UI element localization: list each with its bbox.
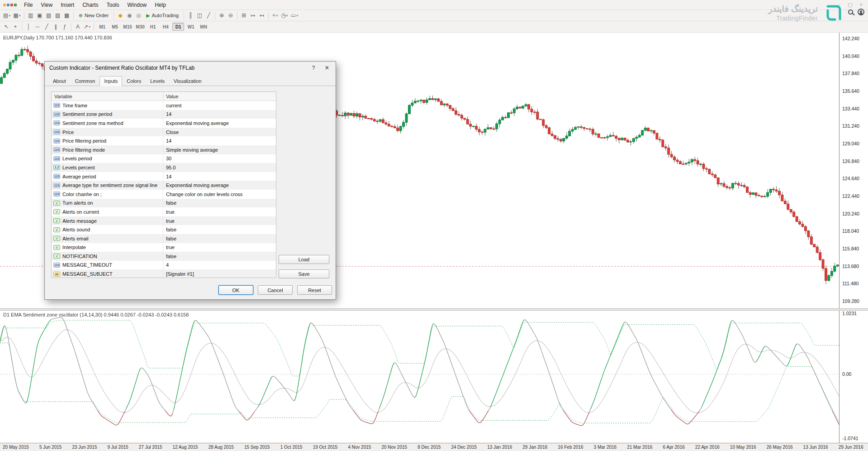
variable-value[interactable]: 95.0 [163, 163, 276, 172]
variable-value[interactable]: [Signaler #1] [163, 269, 276, 278]
timeframe-h1-button[interactable]: H1 [147, 23, 159, 31]
market-watch-button[interactable]: ▥ [26, 11, 35, 20]
cursor-button[interactable]: ↖ [2, 22, 11, 31]
auto-scroll-button[interactable]: ↦ [248, 11, 257, 20]
input-row[interactable]: √Alerts soundfalse [52, 225, 276, 234]
channel-button[interactable]: ∥ [51, 22, 60, 31]
input-row[interactable]: 123Color chanhe on ;Change color on oute… [52, 190, 276, 199]
tab-common[interactable]: Common [71, 76, 100, 86]
variable-value[interactable]: 30 [163, 154, 276, 163]
tab-inputs[interactable]: Inputs [100, 76, 122, 86]
variable-value[interactable]: false [163, 225, 276, 234]
timeframe-m5-button[interactable]: M5 [109, 23, 121, 31]
tab-about[interactable]: About [48, 76, 71, 86]
vertical-line-button[interactable]: │ [24, 22, 33, 31]
indicator-pane[interactable]: D1 EMA Sentiment zone oscillator (14,14,… [0, 311, 839, 443]
save-button[interactable]: Save [279, 269, 329, 278]
menu-window[interactable]: Window [123, 0, 151, 10]
timeframe-mn-button[interactable]: MN [198, 23, 209, 31]
oscillator-canvas[interactable] [0, 311, 839, 443]
strategy-tester-button[interactable]: ▩ [62, 11, 71, 20]
variable-value[interactable]: Close [163, 128, 276, 137]
input-row[interactable]: 123Levels period30 [52, 154, 276, 163]
text-button[interactable]: A [73, 22, 82, 31]
variable-value[interactable]: Exponential moving average [163, 119, 276, 128]
scripts-button[interactable]: ◎ [134, 11, 143, 20]
input-row[interactable]: 123Time framecurrent [52, 101, 276, 110]
horizontal-line-button[interactable]: ─ [33, 22, 42, 31]
input-row[interactable]: 1.2Levels percent95.0 [52, 163, 276, 172]
input-row[interactable]: √Turn alerts onfalse [52, 199, 276, 208]
menu-file[interactable]: File [20, 0, 37, 10]
periods-button[interactable]: ◷▾ [280, 11, 289, 20]
ok-button[interactable]: OK [218, 285, 253, 295]
variable-value[interactable]: true [163, 207, 276, 216]
variable-value[interactable]: false [163, 234, 276, 243]
variable-value[interactable]: Simple moving average [163, 145, 276, 154]
indicators-button[interactable]: +▾ [270, 11, 280, 20]
timeframe-w1-button[interactable]: W1 [185, 23, 197, 31]
input-row[interactable]: 123Sentiment zone ma methodExponential m… [52, 119, 276, 128]
chart-bars-button[interactable]: ║ [186, 11, 195, 20]
input-row[interactable]: 123MESSAGE_TIMEOUT4 [52, 261, 276, 270]
time-axis[interactable]: 20 May 20155 Jun 201523 Jun 20159 Jul 20… [0, 443, 868, 451]
new-chart-button[interactable]: ▤▾ [2, 11, 12, 20]
tab-colors[interactable]: Colors [122, 76, 146, 86]
metaeditor-button[interactable]: ◆ [116, 11, 125, 20]
input-row[interactable]: 123Sentiment zone period14 [52, 110, 276, 119]
variable-value[interactable]: 14 [163, 136, 276, 145]
reset-button[interactable]: Reset [297, 285, 332, 295]
variable-value[interactable]: false [163, 199, 276, 208]
menu-help[interactable]: Help [151, 0, 170, 10]
autotrading-button[interactable]: ▶AutoTrading [143, 11, 182, 20]
input-row[interactable]: abMESSAGE_SUBJECT[Signaler #1] [52, 269, 276, 278]
chart-candles-button[interactable]: ◫ [195, 11, 204, 20]
terminal-button[interactable]: ▨ [53, 11, 62, 20]
input-row[interactable]: 123Average type for sentiment zone signa… [52, 181, 276, 190]
close-button[interactable]: × [860, 2, 863, 8]
variable-value[interactable]: true [163, 243, 276, 252]
input-row[interactable]: √Alerts emailfalse [52, 234, 276, 243]
load-button[interactable]: Load [279, 255, 329, 264]
tab-levels[interactable]: Levels [146, 76, 169, 86]
menu-insert[interactable]: Insert [57, 0, 78, 10]
menu-tools[interactable]: Tools [103, 0, 123, 10]
pane-splitter[interactable] [0, 308, 868, 311]
variable-value[interactable]: 4 [163, 261, 276, 270]
dialog-close-button[interactable]: × [320, 63, 334, 73]
data-window-button[interactable]: ▣ [35, 11, 44, 20]
fibonacci-button[interactable]: ƒ [60, 22, 69, 31]
arrows-button[interactable]: ↗▾ [82, 22, 92, 31]
chart-shift-button[interactable]: ↤ [257, 11, 266, 20]
templates-button[interactable]: ▭▾ [289, 11, 299, 20]
input-row[interactable]: 123Price filtering modeSimple moving ave… [52, 145, 276, 154]
variable-value[interactable]: true [163, 216, 276, 226]
cancel-button[interactable]: Cancel [258, 285, 293, 295]
timeframe-d1-button[interactable]: D1 [172, 23, 184, 31]
navigator-button[interactable]: ▧ [44, 11, 53, 20]
chart-line-button[interactable]: ╱ [204, 11, 213, 20]
variable-value[interactable]: 14 [163, 110, 276, 119]
variable-value[interactable]: current [163, 101, 276, 110]
menu-view[interactable]: View [37, 0, 57, 10]
expert-advisors-button[interactable]: ◉ [125, 11, 134, 20]
input-row[interactable]: 123Average period14 [52, 172, 276, 181]
menu-charts[interactable]: Charts [78, 0, 102, 10]
input-row[interactable]: 123Price filtering period14 [52, 136, 276, 145]
price-scale[interactable]: 142.240140.040137.840135.640133.440131.2… [839, 33, 868, 443]
variable-value[interactable]: false [163, 252, 276, 261]
variable-value[interactable]: Change color on outer levels cross [163, 190, 276, 199]
trendline-button[interactable]: ╱ [42, 22, 51, 31]
restore-button[interactable]: ▢ [848, 2, 852, 8]
timeframe-m15-button[interactable]: M15 [122, 23, 133, 31]
variable-value[interactable]: 14 [163, 172, 276, 181]
variable-value[interactable]: Exponential moving average [163, 181, 276, 190]
input-row[interactable]: √NOTIFICATIONfalse [52, 252, 276, 261]
dialog-title-bar[interactable]: Custom Indicator - Sentiment Ratio Oscil… [45, 62, 336, 74]
input-row[interactable]: 123PriceClose [52, 128, 276, 137]
input-row[interactable]: √Interpolatetrue [52, 243, 276, 252]
dialog-help-button[interactable]: ? [307, 63, 320, 73]
input-row[interactable]: √Alerts on currenttrue [52, 207, 276, 216]
tile-windows-button[interactable]: ⊞ [239, 11, 248, 20]
tab-visualization[interactable]: Visualization [169, 76, 206, 86]
